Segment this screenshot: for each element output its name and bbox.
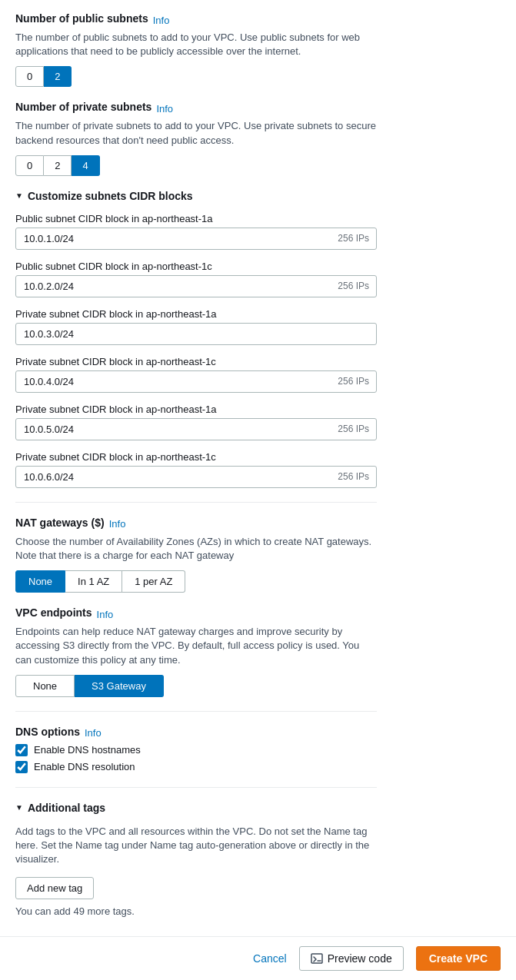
dns-hostnames-checkbox[interactable] bbox=[15, 744, 28, 756]
cidr-input-4[interactable] bbox=[15, 418, 377, 440]
create-vpc-button[interactable]: Create VPC bbox=[416, 946, 501, 971]
nat-info[interactable]: Info bbox=[109, 518, 126, 530]
cidr-arrow-icon: ▼ bbox=[15, 191, 23, 200]
cidr-field-1: Public subnet CIDR block in ap-northeast… bbox=[15, 261, 377, 297]
nat-section: NAT gateways ($) Info Choose the number … bbox=[15, 517, 377, 593]
dns-resolution-label: Enable DNS resolution bbox=[34, 761, 135, 772]
cidr-label-2: Private subnet CIDR block in ap-northeas… bbox=[15, 308, 377, 320]
footer-bar: Cancel Preview code Create VPC bbox=[0, 936, 516, 980]
nat-toggle: None In 1 AZ 1 per AZ bbox=[15, 570, 377, 593]
private-subnets-section: Number of private subnets Info The numbe… bbox=[15, 101, 377, 175]
public-subnets-opt-2[interactable]: 2 bbox=[44, 66, 72, 87]
public-subnets-desc: The number of public subnets to add to y… bbox=[15, 31, 377, 58]
cidr-section: ▼ Customize subnets CIDR blocks Public s… bbox=[15, 190, 377, 488]
public-subnets-toggle: 0 2 bbox=[15, 66, 377, 87]
dns-resolution-row: Enable DNS resolution bbox=[15, 761, 377, 773]
nat-desc: Choose the number of Availability Zones … bbox=[15, 535, 377, 563]
cidr-input-3[interactable] bbox=[15, 370, 377, 393]
cidr-input-0[interactable] bbox=[15, 228, 377, 250]
vpc-endpoints-desc: Endpoints can help reduce NAT gateway ch… bbox=[15, 625, 377, 667]
vpc-endpoints-opt-s3[interactable]: S3 Gateway bbox=[75, 675, 164, 697]
svg-rect-0 bbox=[311, 954, 322, 963]
private-subnets-desc: The number of private subnets to add to … bbox=[15, 119, 377, 147]
private-subnets-info[interactable]: Info bbox=[156, 103, 173, 115]
cidr-input-1[interactable] bbox=[15, 275, 377, 297]
dns-section: DNS options Info Enable DNS hostnames En… bbox=[15, 726, 377, 773]
dns-label: DNS options bbox=[15, 726, 80, 738]
preview-code-button[interactable]: Preview code bbox=[299, 946, 404, 971]
cidr-hint-5: 256 IPs bbox=[338, 471, 369, 482]
cidr-field-3: Private subnet CIDR block in ap-northeas… bbox=[15, 356, 377, 393]
tags-collapsible[interactable]: ▼ Additional tags bbox=[15, 802, 377, 814]
cidr-section-label: Customize subnets CIDR blocks bbox=[28, 190, 193, 202]
nat-label: NAT gateways ($) bbox=[15, 517, 105, 529]
private-subnets-opt-2[interactable]: 2 bbox=[44, 155, 72, 176]
private-subnets-opt-4[interactable]: 4 bbox=[72, 155, 99, 176]
cidr-label-3: Private subnet CIDR block in ap-northeas… bbox=[15, 356, 377, 367]
tags-desc: Add tags to the VPC and all resources wi… bbox=[15, 825, 377, 867]
cidr-field-4: Private subnet CIDR block in ap-northeas… bbox=[15, 404, 377, 440]
dns-hostnames-label: Enable DNS hostnames bbox=[34, 744, 141, 756]
preview-code-label: Preview code bbox=[328, 952, 392, 965]
cidr-label-1: Public subnet CIDR block in ap-northeast… bbox=[15, 261, 377, 272]
cancel-button[interactable]: Cancel bbox=[253, 952, 287, 965]
additional-tags-section: ▼ Additional tags Add tags to the VPC an… bbox=[15, 802, 377, 918]
vpc-endpoints-section: VPC endpoints Info Endpoints can help re… bbox=[15, 606, 377, 697]
tags-arrow-icon: ▼ bbox=[15, 803, 23, 812]
nat-opt-per-az[interactable]: 1 per AZ bbox=[122, 570, 185, 593]
tags-hint: You can add 49 more tags. bbox=[15, 905, 377, 917]
cidr-input-5[interactable] bbox=[15, 466, 377, 488]
dns-resolution-checkbox[interactable] bbox=[15, 761, 28, 773]
cidr-hint-0: 256 IPs bbox=[338, 233, 369, 244]
public-subnets-section: Number of public subnets Info The number… bbox=[15, 12, 377, 87]
public-subnets-info[interactable]: Info bbox=[153, 15, 170, 26]
cidr-collapsible[interactable]: ▼ Customize subnets CIDR blocks bbox=[15, 190, 377, 202]
private-subnets-toggle: 0 2 4 bbox=[15, 155, 377, 176]
public-subnets-opt-0[interactable]: 0 bbox=[15, 66, 44, 87]
vpc-endpoints-label: VPC endpoints bbox=[15, 606, 92, 619]
tags-section-label: Additional tags bbox=[28, 802, 105, 814]
dns-info[interactable]: Info bbox=[85, 727, 102, 739]
cidr-hint-3: 256 IPs bbox=[338, 376, 369, 387]
divider-3 bbox=[15, 787, 377, 788]
dns-hostnames-row: Enable DNS hostnames bbox=[15, 744, 377, 756]
vpc-endpoints-info[interactable]: Info bbox=[97, 609, 114, 620]
add-tag-button[interactable]: Add new tag bbox=[15, 877, 94, 899]
cidr-field-2: Private subnet CIDR block in ap-northeas… bbox=[15, 308, 377, 345]
preview-icon bbox=[311, 952, 323, 965]
vpc-endpoints-opt-none[interactable]: None bbox=[15, 675, 75, 697]
public-subnets-label: Number of public subnets bbox=[15, 12, 148, 25]
private-subnets-label: Number of private subnets bbox=[15, 101, 151, 113]
cidr-hint-1: 256 IPs bbox=[338, 281, 369, 291]
cidr-field-0: Public subnet CIDR block in ap-northeast… bbox=[15, 213, 377, 250]
private-subnets-opt-0[interactable]: 0 bbox=[15, 155, 44, 176]
nat-opt-none[interactable]: None bbox=[15, 570, 65, 593]
vpc-endpoints-toggle: None S3 Gateway bbox=[15, 675, 377, 697]
divider-2 bbox=[15, 711, 377, 712]
cidr-field-5: Private subnet CIDR block in ap-northeas… bbox=[15, 451, 377, 488]
cidr-label-0: Public subnet CIDR block in ap-northeast… bbox=[15, 213, 377, 224]
nat-opt-1az[interactable]: In 1 AZ bbox=[65, 570, 122, 593]
cidr-input-2[interactable] bbox=[15, 323, 377, 345]
cidr-hint-4: 256 IPs bbox=[338, 424, 369, 434]
divider-1 bbox=[15, 502, 377, 503]
cidr-label-5: Private subnet CIDR block in ap-northeas… bbox=[15, 451, 377, 463]
cidr-label-4: Private subnet CIDR block in ap-northeas… bbox=[15, 404, 377, 415]
